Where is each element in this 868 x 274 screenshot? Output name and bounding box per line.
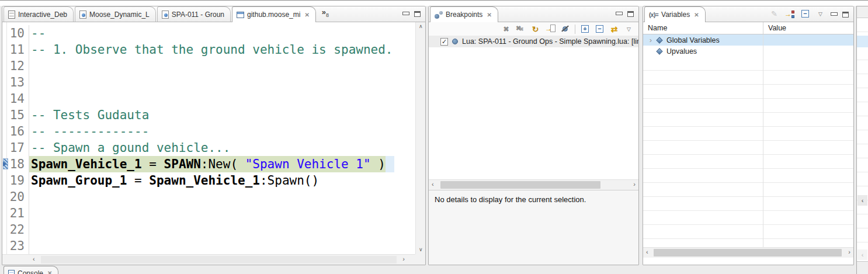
column-divider[interactable] (763, 34, 763, 247)
line-number[interactable]: 20 (7, 189, 29, 205)
marker-gutter[interactable] (2, 22, 7, 254)
code-text[interactable] (29, 58, 31, 74)
scroll-up-icon[interactable]: ∧ (419, 24, 423, 29)
editor-horizontal-scrollbar[interactable]: ‹ › (2, 254, 415, 265)
tab-console[interactable]: Console ✕ (4, 266, 58, 274)
tab-github-moose-mi[interactable]: github.moose_mi✕ (232, 6, 316, 22)
breakpoint-checkbox[interactable]: ✓ (440, 38, 448, 46)
link-with-debug-icon[interactable]: ⇄ (609, 24, 619, 34)
code-editor[interactable]: 10--11-- 1. Observe that the ground vehi… (7, 22, 415, 254)
scroll-left-icon[interactable]: ‹ (646, 249, 648, 255)
code-text[interactable]: -- 1. Observe that the ground vehicle is… (29, 41, 393, 58)
code-text[interactable] (29, 205, 31, 221)
scrollbar-corner (415, 254, 425, 265)
details-text: No details to display for the current se… (435, 195, 586, 204)
tab-moose-dynamic-l[interactable]: Moose_Dynamic_L (75, 6, 156, 22)
close-icon[interactable]: ✕ (303, 12, 309, 18)
line-number[interactable]: 18 (7, 156, 29, 172)
code-text[interactable] (29, 91, 31, 107)
column-header-value[interactable]: Value (763, 22, 853, 34)
line-number[interactable]: 12 (7, 58, 29, 74)
line-number[interactable]: 10 (7, 25, 29, 41)
code-text[interactable] (29, 238, 31, 254)
tab-spa-011-groun[interactable]: SPA-011 - Groun (157, 6, 231, 22)
code-text[interactable]: -- ------------- (29, 123, 149, 140)
collapse-all-icon[interactable]: − (801, 10, 809, 18)
breakpoint-row[interactable]: ✓ Lua: SPA-011 - Ground Ops - Simple Spa… (429, 36, 638, 47)
refresh-breakpoints-icon[interactable]: ↻ (530, 24, 540, 34)
show-logical-structure-icon[interactable]: → (784, 10, 795, 18)
line-number[interactable]: 21 (7, 205, 29, 221)
line-number[interactable]: 19 (7, 172, 29, 189)
variable-name: Upvalues (666, 47, 697, 56)
line-number[interactable]: 13 (7, 74, 29, 91)
scrollbar-thumb[interactable] (440, 181, 600, 189)
code-text[interactable] (29, 189, 31, 205)
scroll-left-icon[interactable]: ‹ (432, 181, 434, 188)
scroll-left-icon[interactable]: ‹ (33, 256, 35, 262)
close-icon[interactable]: ✕ (485, 12, 491, 18)
tab-overflow-button[interactable]: »8 (316, 8, 331, 20)
scroll-right-icon[interactable]: › (848, 249, 850, 255)
collapse-all-icon[interactable]: − (596, 25, 603, 33)
code-line: 23 (7, 238, 415, 254)
code-text[interactable]: -- Tests Gudauta (29, 107, 149, 123)
scroll-right-icon[interactable]: › (633, 181, 636, 188)
code-text[interactable] (29, 74, 31, 91)
code-text[interactable]: -- Spawn a gound vehicle... (29, 140, 230, 156)
variable-row-upvalues[interactable]: ›Upvalues (643, 46, 853, 57)
code-line: 14 (7, 91, 415, 107)
expand-all-icon[interactable]: + (581, 25, 589, 33)
code-text[interactable]: Spawn_Group_1 = Spawn_Vehicle_1:Spawn() (29, 172, 319, 189)
tab-variables[interactable]: (x)= Variables ✕ (644, 6, 706, 22)
code-text[interactable]: -- (29, 25, 46, 41)
variable-diamond-icon (656, 48, 662, 54)
scroll-right-icon[interactable]: › (402, 256, 405, 262)
scroll-left-icon[interactable]: ‹ (857, 195, 867, 206)
editor-window-icon (237, 12, 244, 18)
line-number[interactable]: 23 (7, 238, 29, 254)
breakpoints-pane: Breakpoints ✕ ✖ ✖ ✖ ↻ → + (428, 6, 639, 265)
variables-tabbar: (x)= Variables ✕ ✎ → − ▽ (643, 6, 853, 22)
view-menu-icon[interactable]: ▽ (624, 24, 634, 34)
close-icon[interactable]: ✕ (693, 12, 699, 18)
goto-file-icon[interactable]: → (545, 24, 555, 34)
tab-breakpoints[interactable]: Breakpoints ✕ (430, 6, 498, 22)
line-number[interactable]: 14 (7, 91, 29, 107)
code-line: 21 (7, 205, 415, 221)
line-number[interactable]: 17 (7, 140, 29, 156)
expand-chevron-icon[interactable]: › (647, 36, 655, 44)
remove-all-breakpoints-icon[interactable]: ✖ ✖ (516, 24, 526, 34)
variable-diamond-icon (656, 37, 662, 43)
line-number[interactable]: 15 (7, 107, 29, 123)
close-icon[interactable]: ✕ (46, 270, 52, 274)
variables-horizontal-scrollbar[interactable]: ‹ › (643, 247, 853, 258)
view-menu-icon[interactable]: ▽ (815, 9, 825, 19)
column-header-name[interactable]: Name (643, 22, 763, 34)
scroll-down-icon[interactable]: ∨ (419, 247, 423, 252)
minimize-icon[interactable] (616, 11, 622, 17)
scroll-left-icon[interactable]: ‹ (857, 249, 867, 260)
empty-rows (643, 57, 853, 247)
tab-interactive-deb[interactable]: Interactive_Deb (4, 6, 74, 22)
code-text[interactable] (29, 221, 31, 238)
line-number[interactable]: 22 (7, 221, 29, 238)
clipped-pane-footer (857, 261, 868, 274)
remove-breakpoint-icon[interactable]: ✖ (501, 24, 511, 34)
minimize-icon[interactable] (831, 12, 837, 18)
scrollbar-thumb[interactable] (41, 256, 397, 263)
minimize-icon[interactable] (402, 11, 409, 17)
line-number[interactable]: 11 (7, 41, 29, 58)
breakpoints-horizontal-scrollbar[interactable]: ‹ › (429, 179, 638, 190)
maximize-icon[interactable] (414, 11, 421, 17)
variable-row-global-variables[interactable]: ›Global Variables (643, 34, 853, 46)
skip-all-breakpoints-icon[interactable] (560, 24, 570, 34)
scrollbar-thumb[interactable] (654, 249, 842, 256)
line-number[interactable]: 16 (7, 123, 29, 140)
tab-label: github.moose_mi (247, 11, 300, 19)
editor-vertical-scrollbar[interactable]: ∧ ∨ (415, 22, 425, 254)
maximize-icon[interactable] (842, 12, 849, 18)
maximize-icon[interactable] (627, 11, 634, 17)
current-debug-line[interactable]: Spawn_Vehicle_1 = SPAWN:New( "Spawn Vehi… (29, 156, 386, 172)
show-type-names-icon[interactable]: ✎ (769, 9, 779, 19)
